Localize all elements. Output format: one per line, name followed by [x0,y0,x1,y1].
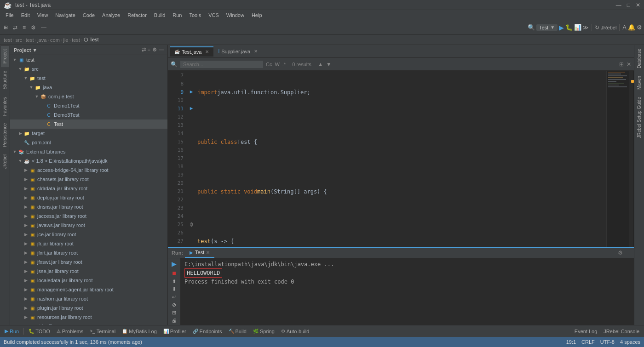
more-run-btn[interactable]: ≫ [583,24,589,31]
tree-item-jdk[interactable]: ▼ ☕ < 1.8 > E:\installationpath\java\jdk [10,156,167,165]
hide-btn[interactable]: — [39,23,48,32]
tree-item-target[interactable]: ▶ 📁 target [10,129,167,138]
run-tab-test[interactable]: ▶ Test ✕ [185,248,214,258]
breadcrumb-test3[interactable]: test [72,37,80,43]
window-controls[interactable]: — □ ✕ [616,2,640,8]
mybatis-toolbar-btn[interactable]: 📋 MyBatis Log [119,328,160,335]
debug-toolbar-btn[interactable]: 🐛 TODO [26,328,53,335]
sidebar-sync-btn[interactable]: ⇄ [142,47,146,53]
sidebar-settings-btn[interactable]: ⚙ [152,47,157,53]
code-content[interactable]: import java.util.function.Supplier; publ… [196,71,606,247]
tree-item-jar-jce[interactable]: ▶ ▣ jce.jar library root [10,230,167,239]
tab-supplier-java[interactable]: I Supplier.java ✕ [213,47,262,56]
run-hide-btn[interactable]: — [625,250,630,256]
menu-help[interactable]: Help [248,11,266,19]
collapse-btn[interactable]: ≡ [21,23,28,32]
search-word-btn[interactable]: W [275,62,279,67]
breadcrumb-jie[interactable]: jie [63,37,68,43]
tree-item-jar-dnsns[interactable]: ▶ ▣ dnsns.jar library root [10,202,167,211]
menu-window[interactable]: Window [223,11,248,19]
code-editor[interactable]: 7 8 9 10 11 12 13 14 15 16 17 18 19 20 2… [168,71,634,247]
structure-panel-btn[interactable]: Structure [1,67,9,93]
coverage-btn[interactable]: 📊 [574,24,581,31]
project-view-toggle[interactable]: ⊞ [2,23,10,31]
run-tab-close[interactable]: ✕ [206,250,210,255]
breadcrumb-src[interactable]: src [15,37,22,43]
tree-item-jar-rt[interactable]: ▶ ▣ rt.jar library root [10,322,167,325]
menu-vcs[interactable]: VCS [205,11,223,19]
autobuild-toolbar-btn[interactable]: ⚙ Auto-build [278,328,312,335]
settings-gear[interactable]: ⚙ [29,23,38,32]
scroll-top-btn[interactable]: ⬆ [172,279,176,284]
search-filter-btn[interactable]: ⊞ [619,61,624,68]
menu-view[interactable]: View [34,11,52,19]
tree-item-jar-jfr[interactable]: ▶ ▣ jfr.jar library root [10,239,167,248]
tree-item-jar-mgmt[interactable]: ▶ ▣ management-agent.jar library root [10,285,167,294]
minimize-btn[interactable]: — [616,2,621,8]
search-input[interactable] [180,61,263,68]
eventlog-toolbar-btn[interactable]: Event Log [572,328,600,335]
stop-btn[interactable]: ■ [172,269,176,277]
menu-file[interactable]: File [2,11,17,19]
menu-run[interactable]: Run [169,11,185,19]
database-panel-btn[interactable]: Database [635,45,643,72]
menu-edit[interactable]: Edit [17,11,34,19]
project-panel-btn[interactable]: Project [1,45,9,67]
tree-item-jar-jfxswt[interactable]: ▶ ▣ jfxswt.jar library root [10,257,167,267]
rerun-btn[interactable]: ▶ [172,260,177,267]
sidebar-hide-btn[interactable]: — [159,47,164,53]
search-close-btn[interactable]: ✕ [627,61,631,68]
tree-item-jar-plugin[interactable]: ▶ ▣ plugin.jar library root [10,303,167,313]
clear-btn[interactable]: ⊘ [172,302,176,308]
search-everywhere-btn[interactable]: 🔍 [528,24,535,31]
tree-item-jar-access[interactable]: ▶ ▣ access-bridge-64.jar library root [10,165,167,175]
tree-item-package[interactable]: ▼ 📦 com.jie.test [10,92,167,101]
tree-item-demo1[interactable]: C Demo1Test [10,101,167,110]
run-settings-btn[interactable]: ⚙ [618,250,623,256]
tree-item-test[interactable]: ▼ ▣ test [10,55,167,64]
line-separator[interactable]: CRLF [581,339,595,345]
menu-tools[interactable]: Tools [185,11,205,19]
tree-item-jar-jsse[interactable]: ▶ ▣ jsse.jar library root [10,267,167,276]
menu-navigate[interactable]: Navigate [52,11,79,19]
debug-btn[interactable]: 🐛 [565,24,573,31]
persistence-panel-btn[interactable]: Persistence [1,119,9,151]
run-toolbar-btn[interactable]: ▶ Run [2,327,22,335]
tree-item-jar-cldrdata[interactable]: ▶ ▣ cldrdata.jar library root [10,184,167,193]
sync-btn[interactable]: ⇄ [11,23,19,32]
tab-close-test[interactable]: ✕ [205,49,209,54]
tree-item-jar-deploy[interactable]: ▶ ▣ deploy.jar library root [10,193,167,202]
encoding[interactable]: UTF-8 [600,339,615,345]
maven-panel-btn[interactable]: Maven [635,72,643,93]
tab-test-java[interactable]: ☕ Test.java ✕ [170,46,213,57]
problems-toolbar-btn[interactable]: ⚠ Problems [54,328,86,335]
print-btn[interactable]: 🖨 [172,318,177,323]
indent-spaces[interactable]: 4 spaces [620,339,640,345]
search-regex-btn[interactable]: .* [282,62,286,67]
jrebel-setup-panel-btn[interactable]: JRebel Setup Guide [635,93,643,142]
tree-item-test-src[interactable]: ▼ 📁 test [10,74,167,83]
filter-btn[interactable]: ⊞ [172,310,176,316]
build-toolbar-btn[interactable]: 🔨 Build [226,328,249,335]
translate-btn[interactable]: A [622,24,627,31]
menu-code[interactable]: Code [79,11,98,19]
profiler-toolbar-btn[interactable]: 📊 Profiler [161,328,189,335]
search-prev-btn[interactable]: ▲ [318,61,323,68]
menu-analyze[interactable]: Analyze [98,11,124,19]
scroll-down-btn[interactable]: ⬇ [172,286,176,292]
tree-item-jar-charsets[interactable]: ▶ ▣ charsets.jar library root [10,175,167,184]
tree-item-jar-resources[interactable]: ▶ ▣ resources.jar library root [10,313,167,322]
favorites-panel-btn[interactable]: Favorites [1,93,9,119]
run-btn[interactable]: ▶ [559,24,564,31]
tree-item-java[interactable]: ▼ 📁 java [10,83,167,92]
breadcrumb-test2[interactable]: test [26,37,34,43]
tree-item-jar-jaccess[interactable]: ▶ ▣ jaccess.jar library root [10,211,167,221]
tree-item-jar-javaws[interactable]: ▶ ▣ javaws.jar library root [10,221,167,230]
update-btn[interactable]: ↻ [595,24,599,31]
soft-wrap-btn[interactable]: ↵ [172,294,176,300]
tree-item-extlibs[interactable]: ▼ 📚 External Libraries [10,147,167,156]
sidebar-collapse-btn[interactable]: ≡ [148,47,150,53]
maximize-btn[interactable]: □ [627,2,630,8]
tree-item-pom[interactable]: 🔧 pom.xml [10,138,167,147]
cursor-position[interactable]: 19:1 [566,339,576,345]
